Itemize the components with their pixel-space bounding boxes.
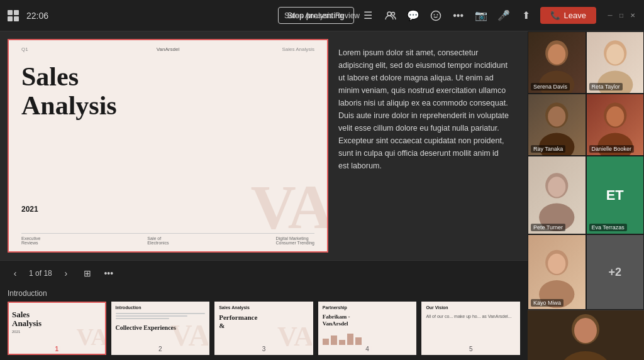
thumb1-num: 1 xyxy=(53,346,61,352)
svg-point-22 xyxy=(548,254,565,274)
svg-point-2 xyxy=(431,11,440,20)
svg-point-13 xyxy=(548,106,565,126)
reactions-icon[interactable] xyxy=(427,7,445,25)
participant-name-eva: Eva Terrazas xyxy=(589,224,627,231)
slide-heading: Sales Analysis xyxy=(21,62,117,120)
thumb3-num: 3 xyxy=(260,346,268,352)
thumb4-num: 4 xyxy=(364,346,371,352)
thumb2-num: 2 xyxy=(157,346,164,352)
participant-name-serena: Serena Davis xyxy=(531,83,570,90)
minimize-button[interactable]: ─ xyxy=(606,12,614,19)
slide-year: 2021 xyxy=(21,205,38,214)
slide-title-label: Sales Analysis xyxy=(282,46,314,52)
participant-danielle-booker: Danielle Booker xyxy=(586,94,645,156)
thumbnail-4[interactable]: Partnership Fabrikam -VanArsdel 4 xyxy=(318,302,417,355)
maximize-button[interactable]: □ xyxy=(618,12,625,19)
bottom-participant xyxy=(528,310,644,360)
participant-more[interactable]: +2 xyxy=(586,234,645,310)
slide-notes: Lorem ipsum dolor sit amet, consectetur … xyxy=(328,39,520,253)
slide-brand: VanArsdel xyxy=(157,46,179,52)
title-bar-left: 22:06 xyxy=(8,10,48,21)
thumbnail-3[interactable]: Sales Analysis Performance& VA 3 xyxy=(214,302,313,355)
avatar-et: ET xyxy=(587,156,644,234)
app-title: Sales Analysis Review xyxy=(284,11,360,20)
participant-eva-terrazas: ET Eva Terrazas xyxy=(586,156,645,234)
participants-grid: Serena Davis Reta Taylor xyxy=(528,31,644,310)
more-options-icon[interactable]: ••• xyxy=(450,7,467,25)
thumbnails-row: SalesAnalysis 2021 VA 1 Introduction xyxy=(8,302,520,355)
presentation-area: Q1 VanArsdel Sales Analysis Sales Analys… xyxy=(0,31,528,360)
svg-point-3 xyxy=(433,14,435,15)
leave-button[interactable]: 📞 Leave xyxy=(540,7,596,24)
prev-slide-button[interactable]: ‹ xyxy=(8,266,23,281)
thumbnails-section-label: Introduction xyxy=(8,289,520,298)
chat-icon[interactable]: 💬 xyxy=(404,7,422,25)
thumbnails-section: Introduction SalesAnalysis 2021 VA 1 Int… xyxy=(0,285,528,360)
svg-point-19 xyxy=(548,177,565,197)
grid-icon[interactable] xyxy=(8,10,19,21)
more-slide-options-button[interactable]: ••• xyxy=(101,266,116,281)
slide-heading-line1: Sales xyxy=(21,62,117,91)
mic-icon[interactable]: 🎤 xyxy=(495,7,513,25)
participants-icon[interactable] xyxy=(382,7,399,25)
participant-reta-taylor: Reta Taylor xyxy=(586,31,645,94)
svg-point-16 xyxy=(606,106,624,126)
slide-count: 1 of 18 xyxy=(29,269,52,278)
thumbnail-5[interactable]: Our Vision All of our co... make up ho..… xyxy=(421,302,520,355)
slide-footer: Executive Reviews Sale of Electronics Di… xyxy=(21,233,314,245)
fit-slide-button[interactable]: ⊞ xyxy=(80,266,95,281)
thumb5-label: All of our co... make up ho... as VanArs… xyxy=(426,314,516,319)
camera-icon[interactable]: 📷 xyxy=(472,7,490,25)
svg-point-1 xyxy=(391,12,394,15)
participant-name-reta: Reta Taylor xyxy=(589,83,623,90)
close-button[interactable]: ✕ xyxy=(629,12,636,19)
slide-watermark: VA xyxy=(250,176,328,239)
participant-pete-turner: Pete Turner xyxy=(528,156,586,234)
thumbnail-2[interactable]: Introduction Collective Experiences VA 2 xyxy=(111,302,210,355)
svg-point-0 xyxy=(387,12,391,16)
thumb5-num: 5 xyxy=(467,346,475,352)
svg-point-7 xyxy=(548,44,565,64)
thumb4-label: Fabrikam -VanArsdel xyxy=(323,314,413,327)
main-content: Q1 VanArsdel Sales Analysis Sales Analys… xyxy=(0,31,644,360)
participant-ray-tanaka: Ray Tanaka xyxy=(528,94,586,156)
participant-name-kayo: Kayo Miwa xyxy=(531,299,564,307)
slide-q-label: Q1 xyxy=(21,46,28,52)
participant-serena-davis: Serena Davis xyxy=(528,31,586,94)
slide-controls: ‹ 1 of 18 › ⊞ ••• xyxy=(0,260,528,285)
svg-point-26 xyxy=(574,318,597,343)
svg-point-10 xyxy=(606,44,624,64)
svg-point-4 xyxy=(436,14,438,15)
participants-panel: Serena Davis Reta Taylor xyxy=(528,31,644,360)
list-icon[interactable]: ☰ xyxy=(359,7,377,25)
participant-name-danielle: Danielle Booker xyxy=(589,145,635,153)
title-bar: 22:06 Sales Analysis Review Stop present… xyxy=(0,0,644,31)
share-icon[interactable]: ⬆ xyxy=(518,7,535,25)
window-controls: ─ □ ✕ xyxy=(606,12,636,19)
participant-name-pete: Pete Turner xyxy=(531,224,565,231)
participant-kayo-miwa: Kayo Miwa xyxy=(528,234,586,310)
participant-name-ray: Ray Tanaka xyxy=(531,145,565,153)
time-display: 22:06 xyxy=(26,11,48,21)
next-slide-button[interactable]: › xyxy=(58,266,74,281)
slide-heading-line2: Analysis xyxy=(21,91,117,120)
slide-view: Q1 VanArsdel Sales Analysis Sales Analys… xyxy=(0,31,528,260)
main-slide: Q1 VanArsdel Sales Analysis Sales Analys… xyxy=(8,39,328,253)
thumbnail-1[interactable]: SalesAnalysis 2021 VA 1 xyxy=(8,302,106,355)
